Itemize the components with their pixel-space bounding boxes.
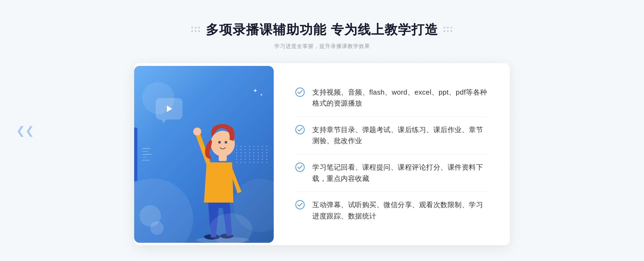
svg-point-7	[218, 141, 221, 144]
svg-point-4	[193, 128, 201, 136]
stripe-decoration	[142, 148, 152, 161]
check-icon-2	[295, 125, 305, 135]
sparkle-2: ✦	[260, 93, 263, 97]
feature-item-2: 支持章节目录、弹题考试、课后练习、课后作业、章节测验、批改作业	[295, 117, 488, 154]
chevron-left-decoration: ❮❮	[16, 124, 34, 137]
accent-bar	[134, 128, 137, 181]
feature-text-4: 互动弹幕、试听购买、微信分享、观看次数限制、学习进度跟踪、数据统计	[312, 199, 488, 222]
play-bubble	[156, 98, 182, 120]
header-section: 多项录播课辅助功能 专为线上教学打造 学习进度全掌握，提升录播课教学效果	[0, 21, 644, 50]
human-figure	[180, 109, 266, 243]
title-decoration-left	[191, 27, 200, 32]
svg-point-10	[296, 88, 304, 96]
svg-marker-0	[167, 106, 172, 112]
feature-text-1: 支持视频、音频、flash、word、excel、ppt、pdf等各种格式的资源…	[312, 87, 488, 109]
check-icon-1	[295, 87, 305, 97]
svg-point-11	[296, 125, 304, 134]
features-panel: 支持视频、音频、flash、word、excel、ppt、pdf等各种格式的资源…	[274, 63, 510, 245]
feature-text-3: 学习笔记回看、课程提问、课程评论打分、课件资料下载，重点内容收藏	[312, 162, 488, 184]
svg-point-8	[225, 141, 227, 144]
title-decoration-right	[444, 27, 453, 32]
svg-point-13	[296, 200, 304, 209]
subtitle: 学习进度全掌握，提升录播课教学效果	[0, 43, 644, 50]
check-icon-3	[295, 162, 305, 172]
title-row: 多项录播课辅助功能 专为线上教学打造	[0, 21, 644, 38]
illustration-panel: ✦ ✦	[134, 66, 274, 243]
sparkle-1: ✦	[253, 87, 258, 94]
check-icon-4	[295, 200, 305, 210]
content-section: ✦ ✦	[134, 63, 510, 245]
feature-item-1: 支持视频、音频、flash、word、excel、ppt、pdf等各种格式的资源…	[295, 79, 488, 117]
small-circle-2	[150, 221, 164, 235]
page-wrapper: 多项录播课辅助功能 专为线上教学打造 学习进度全掌握，提升录播课教学效果	[0, 5, 644, 256]
svg-point-12	[296, 163, 304, 171]
play-icon	[164, 103, 174, 114]
feature-item-3: 学习笔记回看、课程提问、课程评论打分、课件资料下载，重点内容收藏	[295, 154, 488, 192]
feature-text-2: 支持章节目录、弹题考试、课后练习、课后作业、章节测验、批改作业	[312, 124, 488, 147]
feature-item-4: 互动弹幕、试听购买、微信分享、观看次数限制、学习进度跟踪、数据统计	[295, 192, 488, 229]
main-title: 多项录播课辅助功能 专为线上教学打造	[206, 21, 438, 38]
